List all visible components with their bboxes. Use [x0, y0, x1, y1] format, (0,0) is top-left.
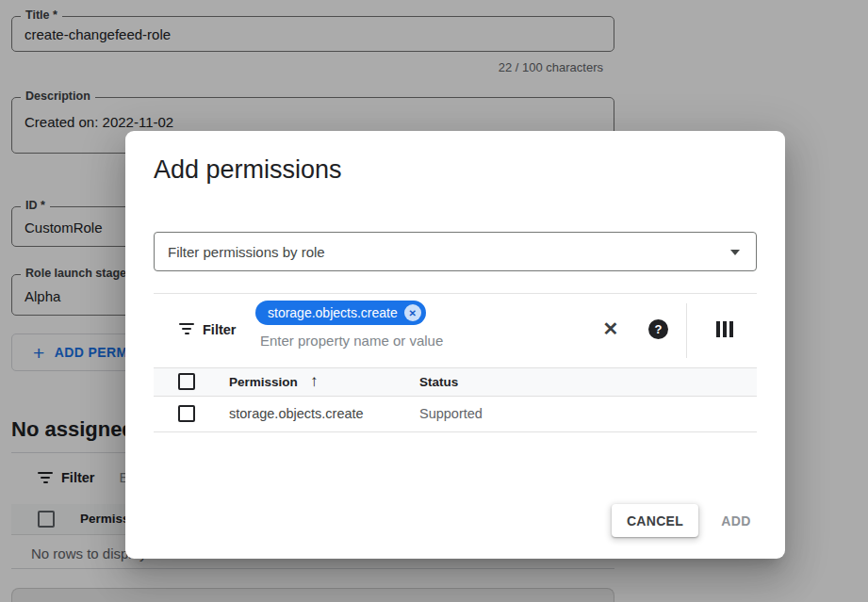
dialog-filter-label: Filter [203, 322, 236, 337]
row-checkbox[interactable] [178, 405, 195, 422]
filter-chip-label: storage.objects.create [268, 305, 398, 320]
filter-icon [179, 323, 194, 334]
filter-by-role-dropdown[interactable]: Filter permissions by role [154, 232, 757, 271]
add-permissions-dialog: Add permissions Filter permissions by ro… [125, 131, 785, 559]
toolbar-divider [686, 303, 687, 358]
add-button[interactable]: ADD [703, 504, 769, 537]
table-row[interactable]: storage.objects.create Supported [154, 398, 757, 432]
dialog-table-header: Permission ↑ Status [154, 367, 757, 397]
chip-remove-icon[interactable]: ✕ [404, 304, 421, 321]
cancel-button[interactable]: CANCEL [612, 504, 698, 537]
status-column-header[interactable]: Status [419, 375, 458, 389]
screen: Title * create-changefeed-role 22 / 100 … [0, 0, 868, 602]
help-icon[interactable]: ? [648, 319, 668, 339]
dialog-filter-input[interactable]: Enter property name or value [260, 333, 443, 349]
dialog-title: Add permissions [154, 155, 342, 185]
status-cell: Supported [419, 406, 483, 421]
filter-by-role-placeholder: Filter permissions by role [168, 244, 325, 260]
permission-cell: storage.objects.create [229, 406, 364, 421]
chevron-down-icon [730, 250, 740, 255]
dialog-filter-toolbar: Filter storage.objects.create ✕ Enter pr… [154, 293, 757, 367]
sort-ascending-icon[interactable]: ↑ [310, 372, 319, 391]
clear-filters-icon[interactable]: ✕ [600, 318, 621, 339]
select-all-checkbox[interactable] [178, 373, 195, 390]
permission-column-header[interactable]: Permission [229, 375, 298, 389]
column-display-options-icon[interactable] [716, 321, 733, 337]
filter-chip[interactable]: storage.objects.create ✕ [255, 301, 426, 325]
